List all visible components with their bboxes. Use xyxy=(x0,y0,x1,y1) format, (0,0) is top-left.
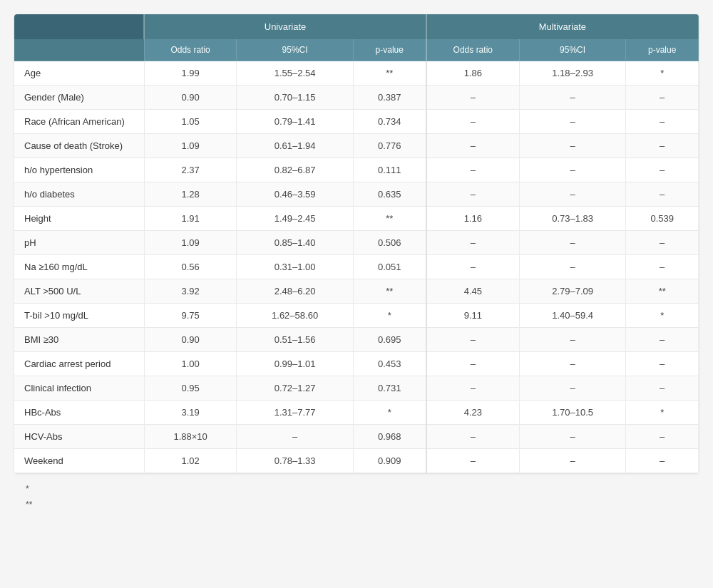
cell-u-or: 0.90 xyxy=(144,328,237,352)
col-label-header xyxy=(14,39,144,61)
cell-u-or: 1.00 xyxy=(144,352,237,376)
cell-m-p: * xyxy=(626,401,699,425)
cell-u-or: 1.09 xyxy=(144,134,237,158)
cell-u-p: 0.731 xyxy=(353,376,426,401)
header-sub-row: Odds ratio 95%CI p-value Odds ratio 95%C… xyxy=(14,39,699,61)
col-u-or-header: Odds ratio xyxy=(144,39,237,61)
cell-m-p: – xyxy=(626,376,699,401)
cell-u-p: 0.111 xyxy=(353,158,426,182)
cell-m-p: – xyxy=(626,449,699,473)
cell-m-ci: – xyxy=(519,328,626,352)
cell-m-or: – xyxy=(426,86,520,110)
cell-u-ci: 1.49–2.45 xyxy=(237,207,353,231)
cell-label: Gender (Male) xyxy=(14,86,144,110)
cell-m-or: 4.45 xyxy=(426,279,520,304)
cell-u-or: 1.02 xyxy=(144,449,237,473)
cell-m-or: – xyxy=(426,376,520,401)
table-row: Weekend1.020.78–1.330.909––– xyxy=(14,449,699,473)
table-body: Age1.991.55–2.54**1.861.18–2.93*Gender (… xyxy=(14,61,699,473)
cell-m-ci: – xyxy=(519,182,626,207)
cell-u-ci: 0.31–1.00 xyxy=(237,255,353,279)
cell-m-ci: 1.18–2.93 xyxy=(519,61,626,86)
table-row: T-bil >10 mg/dL9.751.62–58.60*9.111.40–5… xyxy=(14,304,699,328)
table-row: HBc-Abs3.191.31–7.77*4.231.70–10.5* xyxy=(14,401,699,425)
cell-label: pH xyxy=(14,231,144,255)
cell-m-or: – xyxy=(426,134,520,158)
cell-m-p: ** xyxy=(626,279,699,304)
cell-u-or: 1.28 xyxy=(144,182,237,207)
cell-m-ci: – xyxy=(519,110,626,134)
cell-u-ci: 0.51–1.56 xyxy=(237,328,353,352)
table-row: pH1.090.85–1.400.506––– xyxy=(14,231,699,255)
cell-u-ci: 0.78–1.33 xyxy=(237,449,353,473)
cell-m-ci: – xyxy=(519,158,626,182)
footnotes: * ** xyxy=(14,473,699,521)
cell-u-p: ** xyxy=(353,61,426,86)
col-u-ci-header: 95%CI xyxy=(237,39,353,61)
cell-u-ci: 1.62–58.60 xyxy=(237,304,353,328)
col-m-p-header: p-value xyxy=(626,39,699,61)
cell-m-ci: 2.79–7.09 xyxy=(519,279,626,304)
cell-m-p: – xyxy=(626,352,699,376)
cell-u-p: 0.453 xyxy=(353,352,426,376)
cell-m-or: 4.23 xyxy=(426,401,520,425)
table-row: h/o hypertension2.370.82–6.870.111––– xyxy=(14,158,699,182)
cell-m-or: 1.86 xyxy=(426,61,520,86)
cell-label: HBc-Abs xyxy=(14,401,144,425)
header-top-row: Univariate Multivariate xyxy=(14,14,699,39)
cell-m-or: – xyxy=(426,352,520,376)
cell-m-p: – xyxy=(626,425,699,449)
cell-m-or: – xyxy=(426,110,520,134)
cell-label: Age xyxy=(14,61,144,86)
cell-m-or: 9.11 xyxy=(426,304,520,328)
table-row: Cause of death (Stroke)1.090.61–1.940.77… xyxy=(14,134,699,158)
cell-m-ci: – xyxy=(519,231,626,255)
cell-u-ci: 1.55–2.54 xyxy=(237,61,353,86)
table-row: HCV-Abs1.88×10–0.968––– xyxy=(14,425,699,449)
cell-u-ci: 0.82–6.87 xyxy=(237,158,353,182)
cell-m-p: – xyxy=(626,255,699,279)
table-row: Cardiac arrest period1.000.99–1.010.453–… xyxy=(14,352,699,376)
cell-m-ci: – xyxy=(519,352,626,376)
table-row: Race (African American)1.050.79–1.410.73… xyxy=(14,110,699,134)
cell-u-p: ** xyxy=(353,207,426,231)
cell-m-ci: 0.73–1.83 xyxy=(519,207,626,231)
cell-u-or: 1.05 xyxy=(144,110,237,134)
cell-m-or: – xyxy=(426,182,520,207)
table-row: Age1.991.55–2.54**1.861.18–2.93* xyxy=(14,61,699,86)
table-row: BMI ≥300.900.51–1.560.695––– xyxy=(14,328,699,352)
cell-u-ci: – xyxy=(237,425,353,449)
cell-m-p: – xyxy=(626,158,699,182)
cell-label: Weekend xyxy=(14,449,144,473)
cell-label: Na ≥160 mg/dL xyxy=(14,255,144,279)
cell-u-p: 0.968 xyxy=(353,425,426,449)
cell-m-p: – xyxy=(626,110,699,134)
cell-m-p: – xyxy=(626,231,699,255)
cell-label: Clinical infection xyxy=(14,376,144,401)
col-u-p-header: p-value xyxy=(353,39,426,61)
main-table-container: Univariate Multivariate Odds ratio 95%CI… xyxy=(14,14,699,473)
cell-m-or: – xyxy=(426,449,520,473)
cell-label: Cause of death (Stroke) xyxy=(14,134,144,158)
cell-u-ci: 0.99–1.01 xyxy=(237,352,353,376)
footnote-double-star: ** xyxy=(26,497,687,513)
cell-u-p: 0.635 xyxy=(353,182,426,207)
cell-u-ci: 0.61–1.94 xyxy=(237,134,353,158)
cell-m-ci: – xyxy=(519,449,626,473)
cell-m-or: – xyxy=(426,231,520,255)
header-empty-cell xyxy=(14,14,144,39)
cell-u-ci: 0.79–1.41 xyxy=(237,110,353,134)
cell-m-p: – xyxy=(626,86,699,110)
cell-u-p: * xyxy=(353,304,426,328)
cell-u-or: 2.37 xyxy=(144,158,237,182)
footnote-star: * xyxy=(26,482,687,497)
cell-m-ci: – xyxy=(519,425,626,449)
cell-u-p: 0.909 xyxy=(353,449,426,473)
cell-u-ci: 0.70–1.15 xyxy=(237,86,353,110)
header-multivariate: Multivariate xyxy=(426,14,699,39)
cell-u-or: 3.92 xyxy=(144,279,237,304)
cell-m-p: * xyxy=(626,61,699,86)
cell-u-or: 0.95 xyxy=(144,376,237,401)
cell-m-ci: – xyxy=(519,255,626,279)
cell-m-p: * xyxy=(626,304,699,328)
